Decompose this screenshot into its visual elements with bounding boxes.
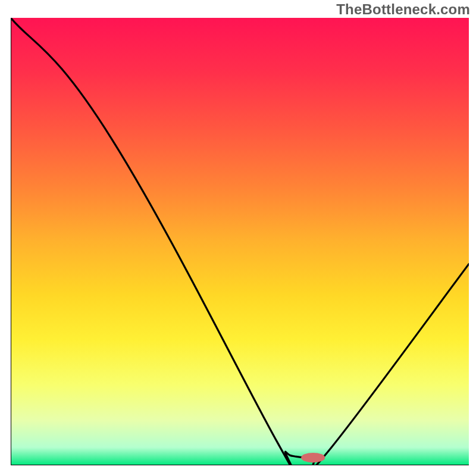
gradient-background [11,18,469,465]
watermark-text: TheBottleneck.com [336,1,470,18]
plot-area [11,18,469,465]
plot-svg [11,18,469,465]
optimal-marker [301,453,325,463]
chart-frame: TheBottleneck.com [0,0,476,476]
